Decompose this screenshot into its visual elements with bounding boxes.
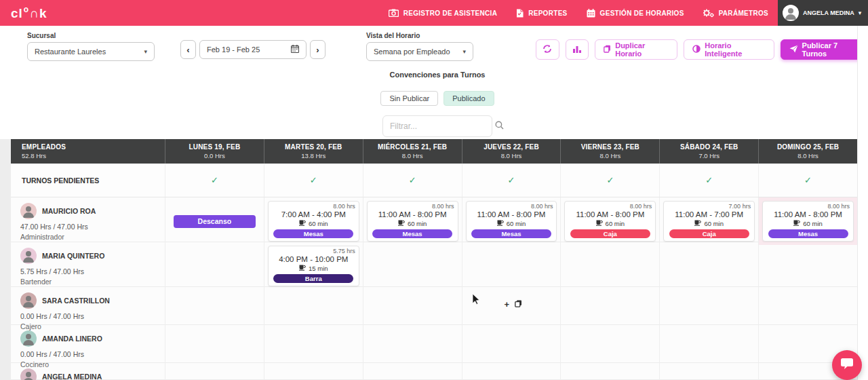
shift-cell[interactable]: 7.00 hrs11:00 AM - 7:00 PM60 minCaja — [659, 197, 758, 245]
sucursal-select[interactable]: Restaurante Laureles ▾ — [27, 42, 155, 61]
shift-card[interactable]: 5.75 hrs4:00 PM - 10:00 PM15 minBarra — [268, 246, 359, 286]
employee-row: MAURICIO ROA47.00 Hrs / 47.00 HrsAdminis… — [11, 197, 857, 242]
employee-row: MARIA QUINTERO5.75 Hrs / 47.00 HrsBarten… — [11, 242, 857, 287]
shift-cell[interactable]: 8.00 hrs11:00 AM - 8:00 PM60 minMesas — [363, 197, 462, 245]
app-logo[interactable]: clo∩k — [0, 7, 47, 20]
day-label: MARTES 20, FEB — [285, 143, 342, 151]
employee-name: MARIA QUINTERO — [42, 252, 104, 260]
shift-cell[interactable]: 8.00 hrs11:00 AM - 8:00 PM60 minMesas — [758, 197, 857, 245]
next-week-button[interactable]: › — [310, 40, 326, 59]
shift-cell[interactable] — [560, 242, 659, 290]
employee-info-cell: ANGELA MEDINA — [11, 363, 165, 380]
add-shift-icon[interactable]: + — [505, 300, 510, 309]
pending-label-cell: TURNOS PENDIENTES — [11, 164, 165, 197]
prev-week-button[interactable]: ‹ — [180, 40, 196, 59]
calendar-icon — [587, 9, 595, 18]
scrollbar-track[interactable] — [857, 26, 868, 380]
search-icon — [495, 120, 504, 132]
shift-time: 11:00 AM - 7:00 PM — [667, 210, 751, 218]
publish-label: Publicar 7 Turnos — [802, 41, 859, 58]
refresh-button[interactable] — [536, 39, 559, 60]
shift-card[interactable]: 8.00 hrs11:00 AM - 8:00 PM60 minCaja — [564, 201, 656, 242]
filter-box — [382, 115, 492, 137]
shift-hours: 8.00 hrs — [272, 203, 355, 210]
caret-down-icon: ▾ — [462, 48, 466, 55]
pending-day-cell: ✓ — [165, 164, 264, 197]
employee-name-line: AMANDA LINERO — [20, 330, 157, 347]
badge-sin-publicar[interactable]: Sin Publicar — [380, 91, 438, 106]
position-tag: Mesas — [471, 229, 551, 238]
coffee-mug-icon — [793, 220, 800, 227]
nav-item-label: REPORTES — [528, 10, 567, 17]
break-minutes: 60 min — [309, 220, 328, 227]
nav-item-label: PARÁMETROS — [719, 10, 768, 17]
rest-pill[interactable]: Descanso — [174, 215, 256, 228]
shift-hours: 5.75 hrs — [272, 248, 355, 254]
shift-cell[interactable] — [758, 242, 857, 290]
break-minutes: 60 min — [507, 220, 526, 227]
header-cell-day: JUEVES 22, FEB8.0 Hrs — [462, 139, 561, 164]
legend-badges: Sin Publicar Publicado — [356, 91, 519, 106]
nav-item-registro[interactable]: REGISTRO DE ASISTENCIA — [379, 0, 507, 26]
shift-cell[interactable] — [264, 363, 363, 380]
shift-legend: Convenciones para Turnos Sin Publicar Pu… — [356, 71, 519, 137]
shift-cell[interactable] — [560, 363, 659, 380]
duplicate-schedule-button[interactable]: Duplicar Horario — [595, 39, 677, 60]
user-menu[interactable]: ANGELA MEDINA ▾ — [778, 0, 868, 26]
filter-input[interactable] — [390, 121, 495, 131]
coffee-mug-icon — [398, 220, 405, 227]
shift-cell[interactable] — [363, 242, 462, 290]
employee-name: SARA CASTRILLON — [42, 297, 110, 305]
day-hours: 7.0 Hrs — [698, 152, 719, 159]
chat-button[interactable] — [832, 350, 862, 380]
vista-label: Vista del Horario — [366, 32, 473, 39]
shift-cell[interactable]: 8.00 hrs11:00 AM - 8:00 PM60 minCaja — [560, 197, 659, 245]
shift-cell[interactable]: 5.75 hrs4:00 PM - 10:00 PM15 minBarra — [264, 242, 363, 290]
shift-card[interactable]: 8.00 hrs11:00 AM - 8:00 PM60 minMesas — [367, 201, 458, 242]
pending-day-cell: ✓ — [758, 164, 857, 197]
half-circle-icon — [692, 45, 701, 54]
shift-cell[interactable]: Descanso — [165, 197, 264, 245]
badge-publicado[interactable]: Publicado — [443, 91, 494, 106]
day-hours: 8.0 Hrs — [797, 152, 818, 159]
copy-shift-icon[interactable] — [515, 298, 522, 310]
break-minutes: 15 min — [309, 265, 328, 272]
day-label: MIÉRCOLES 21, FEB — [378, 143, 447, 151]
shift-cell[interactable] — [165, 242, 264, 290]
shift-cell[interactable]: 8.00 hrs11:00 AM - 8:00 PM60 minMesas — [462, 197, 561, 245]
vista-select[interactable]: Semana por Empleado ▾ — [366, 42, 473, 61]
shift-cell[interactable] — [363, 363, 462, 380]
shift-cell[interactable] — [462, 363, 561, 380]
chart-button[interactable] — [566, 39, 589, 60]
employee-name-line: MARIA QUINTERO — [20, 248, 157, 264]
shift-cell[interactable] — [659, 242, 758, 290]
break-minutes: 60 min — [803, 220, 823, 227]
shift-card[interactable]: 8.00 hrs11:00 AM - 8:00 PM60 minMesas — [762, 201, 854, 242]
employee-role: Administrador — [20, 233, 157, 241]
position-tag: Mesas — [768, 229, 848, 238]
shift-cell[interactable] — [462, 242, 561, 290]
shift-card[interactable]: 8.00 hrs7:00 AM - 4:00 PM60 minMesas — [268, 201, 359, 242]
smart-schedule-button[interactable]: Horario Inteligente — [684, 39, 774, 60]
pending-day-cell: ✓ — [659, 164, 758, 197]
day-hours: 8.0 Hrs — [402, 152, 423, 159]
employee-name: MAURICIO ROA — [42, 207, 96, 215]
employee-avatar — [20, 368, 37, 380]
published-check-icon: ✓ — [705, 175, 713, 185]
employee-name: AMANDA LINERO — [42, 335, 102, 343]
nav-item-horarios[interactable]: GESTIÓN DE HORARIOS — [577, 0, 694, 26]
shift-cell[interactable] — [659, 363, 758, 380]
day-label: VIERNES 23, FEB — [581, 143, 639, 151]
nav-item-reportes[interactable]: REPORTES — [507, 0, 576, 26]
shift-cell[interactable] — [165, 363, 264, 380]
shift-card[interactable]: 7.00 hrs11:00 AM - 7:00 PM60 minCaja — [663, 201, 755, 242]
shift-cell[interactable]: 8.00 hrs7:00 AM - 4:00 PM60 minMesas — [264, 197, 363, 245]
header-cell-day: DOMINGO 25, FEB8.0 Hrs — [758, 139, 857, 164]
sucursal-group: Sucursal Restaurante Laureles ▾ — [27, 32, 155, 61]
date-range-field[interactable]: Feb 19 - Feb 25 — [199, 40, 307, 59]
gears-icon — [703, 9, 714, 18]
publish-shifts-button[interactable]: Publicar 7 Turnos — [781, 39, 868, 60]
shift-card[interactable]: 8.00 hrs11:00 AM - 8:00 PM60 minMesas — [466, 201, 557, 242]
nav-item-parametros[interactable]: PARÁMETROS — [694, 0, 778, 26]
day-hours: 13.8 Hrs — [301, 152, 326, 159]
